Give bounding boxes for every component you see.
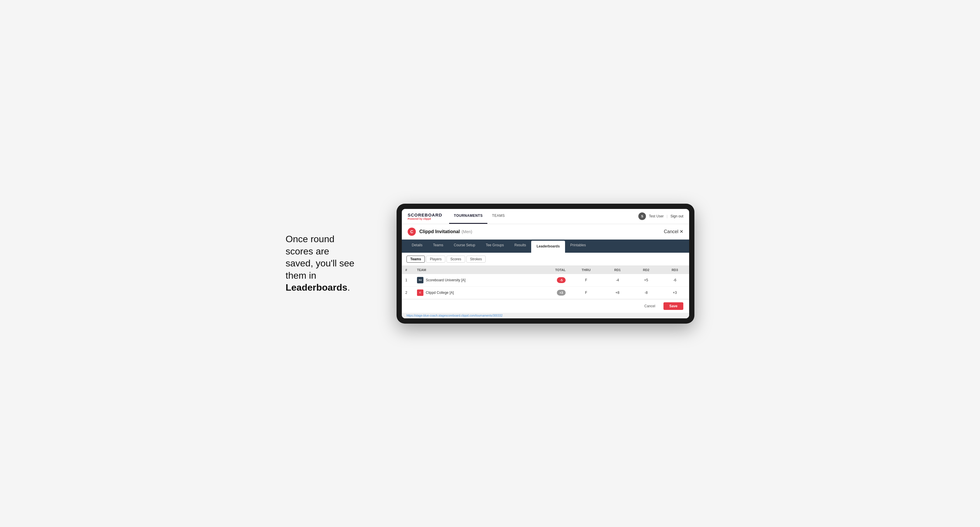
rd1-1: -4 — [603, 274, 632, 287]
rd3-1: -6 — [660, 274, 689, 287]
subtab-strokes[interactable]: Strokes — [466, 256, 486, 263]
team-2-logo: C — [417, 289, 423, 296]
top-nav: SCOREBOARD Powered by clippd TOURNAMENTS… — [402, 209, 689, 224]
tab-results[interactable]: Results — [509, 240, 531, 253]
thru-2: F — [569, 286, 603, 299]
logo-powered: Powered by clippd — [408, 217, 442, 220]
tablet-frame: SCOREBOARD Powered by clippd TOURNAMENTS… — [396, 204, 694, 324]
col-thru: THRU — [569, 266, 603, 274]
tab-course-setup[interactable]: Course Setup — [449, 240, 480, 253]
page-wrapper: Once round scores are saved, you'll see … — [286, 204, 694, 324]
col-rd1: RD1 — [603, 266, 632, 274]
rd1-2: +8 — [603, 286, 632, 299]
rank-2: 2 — [402, 286, 414, 299]
desc-line5-bold: Leaderboards — [286, 282, 347, 293]
col-total: TOTAL — [532, 266, 569, 274]
tournament-header: C Clippd Invitational (Men) Cancel ✕ — [402, 224, 689, 240]
user-avatar: S — [638, 213, 646, 220]
table-row: 2 C Clippd College [A] +3 F — [402, 286, 689, 299]
total-2-badge: +3 — [557, 290, 566, 295]
status-bar: https://stage-blue-coach.stagescoreboard… — [402, 313, 689, 318]
rank-1: 1 — [402, 274, 414, 287]
rd2-1: +5 — [632, 274, 660, 287]
total-1-cell: -5 — [532, 274, 569, 287]
left-description: Once round scores are saved, you'll see … — [286, 233, 379, 294]
col-rd2: RD2 — [632, 266, 660, 274]
close-icon: ✕ — [679, 229, 683, 234]
tournament-title: Clippd Invitational — [419, 229, 460, 234]
tab-teams[interactable]: Teams — [428, 240, 449, 253]
nav-tournaments[interactable]: TOURNAMENTS — [449, 209, 487, 224]
logo-scoreboard: SCOREBOARD — [408, 213, 442, 217]
cancel-button-footer[interactable]: Cancel — [639, 302, 660, 310]
col-team: TEAM — [414, 266, 532, 274]
sub-tab-bar: Teams Players Scores Strokes — [402, 253, 689, 266]
total-2-cell: +3 — [532, 286, 569, 299]
team-1-cell: SU Scoreboard University [A] — [414, 274, 532, 287]
footer-bar: Cancel Save — [402, 299, 689, 313]
tournament-gender: (Men) — [462, 229, 473, 234]
subtab-teams[interactable]: Teams — [406, 256, 425, 263]
rd2-2: -8 — [632, 286, 660, 299]
desc-line4: them in — [286, 270, 316, 281]
tab-bar: Details Teams Course Setup Tee Groups Re… — [402, 240, 689, 253]
nav-divider: | — [667, 214, 668, 218]
desc-line3: saved, you'll see — [286, 258, 355, 268]
team-1-logo: SU — [417, 277, 423, 283]
nav-teams[interactable]: TEAMS — [487, 209, 509, 224]
tab-printables[interactable]: Printables — [565, 240, 591, 253]
desc-line5-end: . — [347, 282, 350, 293]
tab-leaderboards[interactable]: Leaderboards — [531, 241, 565, 253]
tablet-screen: SCOREBOARD Powered by clippd TOURNAMENTS… — [402, 209, 689, 318]
nav-links: TOURNAMENTS TEAMS — [449, 209, 509, 224]
leaderboard-table: # TEAM TOTAL THRU RD1 RD2 RD3 1 — [402, 266, 689, 299]
subtab-scores[interactable]: Scores — [447, 256, 465, 263]
desc-line1: Once round — [286, 234, 334, 244]
thru-1: F — [569, 274, 603, 287]
team-1-name: Scoreboard University [A] — [426, 278, 466, 282]
rd3-2: +3 — [660, 286, 689, 299]
tournament-icon: C — [408, 228, 416, 236]
save-button[interactable]: Save — [663, 302, 683, 310]
tab-details[interactable]: Details — [406, 240, 428, 253]
tab-tee-groups[interactable]: Tee Groups — [480, 240, 509, 253]
team-2-cell: C Clippd College [A] — [414, 286, 532, 299]
total-1-badge: -5 — [557, 277, 566, 283]
table-row: 1 SU Scoreboard University [A] -5 F — [402, 274, 689, 287]
sign-out-link[interactable]: Sign out — [670, 214, 683, 218]
nav-right: S Test User | Sign out — [638, 213, 683, 220]
url-display: https://stage-blue-coach.stagescoreboard… — [406, 314, 503, 317]
team-2-name: Clippd College [A] — [426, 290, 454, 295]
col-rank: # — [402, 266, 414, 274]
desc-line2: scores are — [286, 246, 329, 257]
subtab-players[interactable]: Players — [426, 256, 445, 263]
cancel-button-top[interactable]: Cancel ✕ — [664, 229, 683, 234]
logo-area: SCOREBOARD Powered by clippd — [408, 213, 442, 220]
col-rd3: RD3 — [660, 266, 689, 274]
user-name: Test User — [649, 214, 664, 218]
